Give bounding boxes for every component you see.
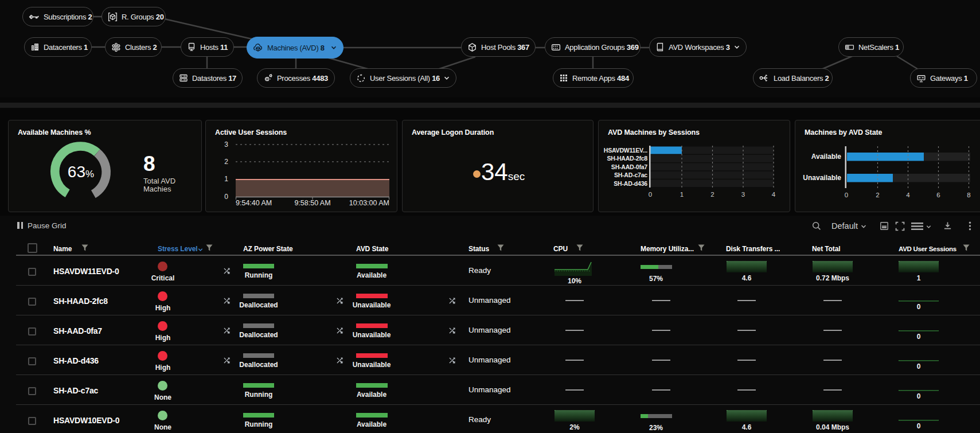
svg-text:9:58:50 AM: 9:58:50 AM [294,199,330,207]
svg-text:10:03:00 AM: 10:03:00 AM [349,199,389,207]
svg-text:8: 8 [967,192,970,198]
svg-text:3: 3 [224,141,228,149]
svg-text:SH-HAAD-2fc8: SH-HAAD-2fc8 [607,155,647,162]
svg-text:6: 6 [936,192,940,198]
svg-text:9:54:40 AM: 9:54:40 AM [236,199,272,207]
svg-text:4: 4 [772,191,776,198]
svg-text:SH-AAD-0fa7: SH-AAD-0fa7 [611,163,648,170]
svg-text:2: 2 [224,158,228,166]
svg-text:0: 0 [224,193,228,201]
svg-text:Unavailable: Unavailable [803,174,841,182]
svg-text:SH-AD-c7ac: SH-AD-c7ac [614,171,647,178]
svg-text:HSAVDW11EV...: HSAVDW11EV... [604,147,647,154]
svg-text:3: 3 [741,191,745,198]
svg-text:SH-AD-d436: SH-AD-d436 [614,180,647,187]
svg-text:2: 2 [710,191,714,198]
svg-text:2: 2 [876,192,879,198]
svg-text:4: 4 [906,192,910,198]
svg-text:1: 1 [680,191,684,198]
svg-text:1: 1 [224,175,228,183]
svg-text:0: 0 [649,191,652,198]
svg-text:Available: Available [811,153,842,161]
svg-text:0: 0 [845,192,848,198]
